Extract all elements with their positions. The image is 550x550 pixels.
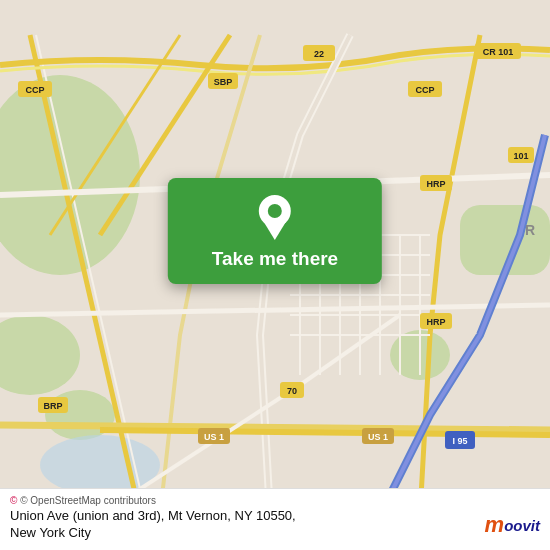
moovit-m-letter: m: [485, 514, 505, 536]
svg-text:HRP: HRP: [426, 317, 445, 327]
svg-text:US 1: US 1: [204, 432, 224, 442]
address-line2: New York City: [10, 525, 296, 542]
bottom-info-bar: © © OpenStreetMap contributors Union Ave…: [0, 488, 550, 550]
take-me-there-button[interactable]: Take me there: [212, 248, 338, 270]
copyright-symbol: ©: [10, 495, 17, 506]
svg-text:CCP: CCP: [25, 85, 44, 95]
copyright-label: © OpenStreetMap contributors: [20, 495, 156, 506]
address-block: Union Ave (union and 3rd), Mt Vernon, NY…: [10, 508, 296, 542]
moovit-logo: m oovit: [485, 514, 540, 536]
moovit-rest-text: oovit: [504, 518, 540, 533]
svg-text:R: R: [525, 222, 535, 238]
svg-text:70: 70: [287, 386, 297, 396]
svg-text:22: 22: [314, 49, 324, 59]
take-me-there-card[interactable]: Take me there: [168, 178, 382, 284]
svg-marker-56: [264, 222, 286, 240]
svg-text:BRP: BRP: [43, 401, 62, 411]
location-pin-icon: [255, 194, 295, 242]
address-line1: Union Ave (union and 3rd), Mt Vernon, NY…: [10, 508, 296, 525]
navigation-overlay: Take me there: [168, 178, 382, 284]
map-container: 22 CR 101 CCP SBP CCP 101 HRP HRP BRP 70…: [0, 0, 550, 550]
svg-text:SBP: SBP: [214, 77, 233, 87]
copyright-text: © © OpenStreetMap contributors: [10, 495, 540, 506]
svg-text:US 1: US 1: [368, 432, 388, 442]
svg-text:I 95: I 95: [452, 436, 467, 446]
svg-text:CR 101: CR 101: [483, 47, 514, 57]
svg-text:CCP: CCP: [415, 85, 434, 95]
svg-point-55: [268, 204, 282, 218]
svg-text:HRP: HRP: [426, 179, 445, 189]
svg-text:101: 101: [513, 151, 528, 161]
